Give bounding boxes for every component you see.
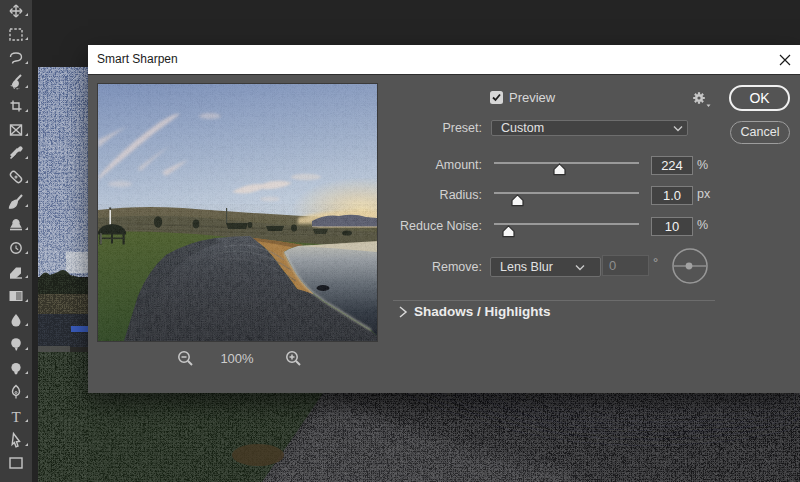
svg-text:T: T (11, 409, 20, 425)
